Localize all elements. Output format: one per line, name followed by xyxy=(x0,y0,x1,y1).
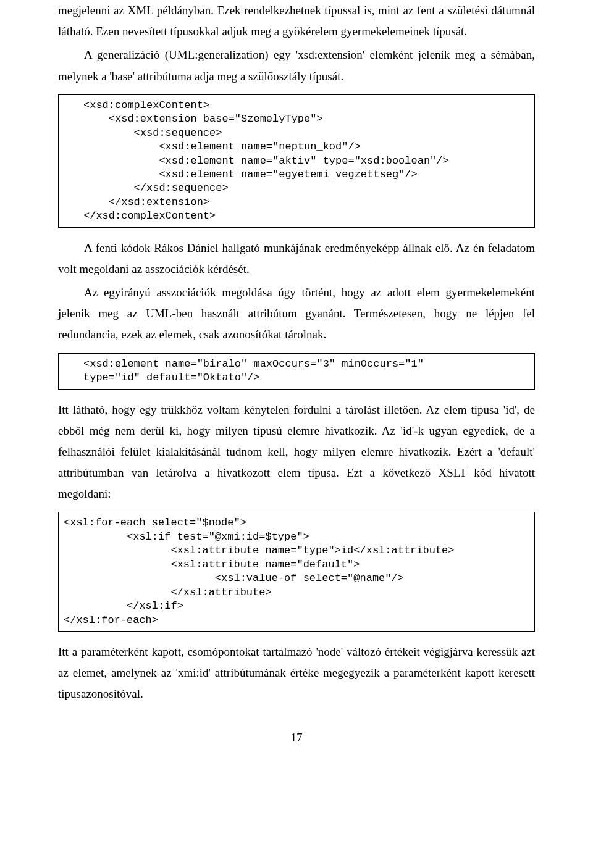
page-content: megjelenni az XML példányban. Ezek rende… xyxy=(0,0,593,773)
page-number: 17 xyxy=(58,727,535,748)
paragraph-4: Az egyirányú asszociációk megoldása úgy … xyxy=(58,282,535,346)
paragraph-5: Itt látható, hogy egy trükkhöz voltam ké… xyxy=(58,399,535,505)
paragraph-3: A fenti kódok Rákos Dániel hallgató munk… xyxy=(58,238,535,280)
paragraph-2: A generalizáció (UML:generalization) egy… xyxy=(58,44,535,86)
document-page: megjelenni az XML példányban. Ezek rende… xyxy=(0,0,593,773)
code-block-2: <xsd:element name="biralo" maxOccurs="3"… xyxy=(58,353,535,390)
code-block-1: <xsd:complexContent> <xsd:extension base… xyxy=(58,94,535,228)
paragraph-6: Itt a paraméterként kapott, csomópontoka… xyxy=(58,641,535,705)
paragraph-1: megjelenni az XML példányban. Ezek rende… xyxy=(58,0,535,42)
code-block-3: <xsl:for-each select="$node"> <xsl:if te… xyxy=(58,512,535,632)
